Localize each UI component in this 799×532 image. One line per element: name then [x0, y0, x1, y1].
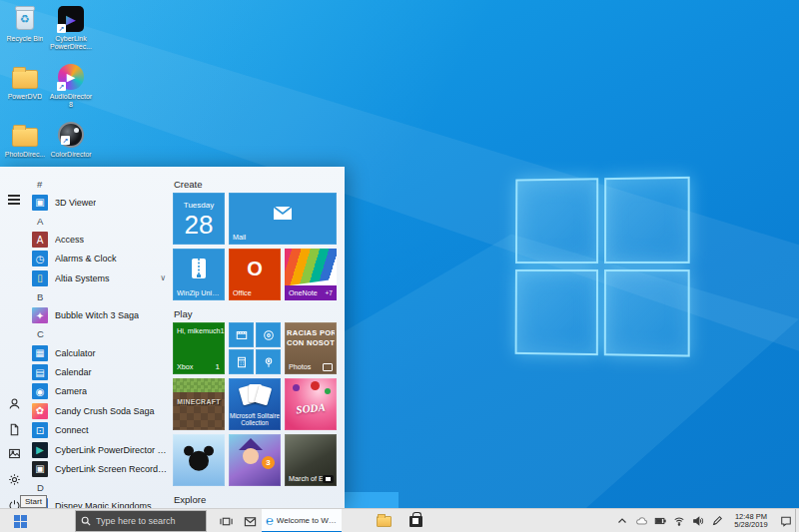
action-center-button[interactable]: [776, 509, 795, 532]
app-list-section-header[interactable]: B: [30, 288, 170, 306]
tile-minecraft[interactable]: MINECRAFT: [173, 378, 225, 430]
colordirector-icon: ↗: [58, 122, 84, 148]
app-list: #▣3D ViewerAAAccess◷Alarms & Clock▯Altia…: [30, 175, 170, 508]
documents-button[interactable]: [0, 418, 28, 440]
tile-maps[interactable]: [256, 349, 281, 374]
onenote-badge: +7: [326, 289, 333, 296]
app-list-item[interactable]: AAccess: [30, 230, 170, 249]
app-list-item[interactable]: ✿Candy Crush Soda Saga: [30, 401, 170, 420]
taskbar-clock[interactable]: 12:48 PM 5/28/2019: [726, 513, 776, 530]
app-list-item[interactable]: ▤Calendar: [30, 362, 170, 381]
tile-onenote[interactable]: OneNote +7: [285, 249, 337, 300]
tile-solitaire[interactable]: Microsoft Solitaire Collection: [229, 378, 281, 430]
show-desktop-button[interactable]: [795, 509, 799, 532]
tile-mail[interactable]: Mail: [229, 193, 337, 245]
wifi-icon: [673, 515, 685, 527]
tile-xbox[interactable]: Hi, mikemuch1 Xbox 1: [173, 322, 225, 374]
app-list-item[interactable]: ✦Bubble Witch 3 Saga: [30, 306, 170, 325]
task-view-button[interactable]: [214, 509, 238, 532]
app-label: Disney Magic Kingdoms: [55, 501, 152, 508]
xbox-greeting: Hi, mikemuch1: [177, 326, 225, 335]
app-list-section-header[interactable]: D: [30, 479, 170, 497]
app-list-item[interactable]: ♜Disney Magic Kingdoms: [30, 497, 170, 508]
tile-calculator[interactable]: [229, 349, 254, 374]
gear-icon: [8, 473, 21, 486]
file-explorer-button[interactable]: [372, 509, 396, 532]
app-list-item[interactable]: ▣CyberLink Screen Recorder 2: [30, 459, 170, 478]
desktop-icon-label: PhotoDirec...: [5, 151, 45, 159]
app-list-item[interactable]: ▣3D Viewer: [30, 193, 170, 212]
powerdirector-icon: ▶↗: [58, 6, 84, 32]
settings-button[interactable]: [0, 468, 28, 490]
mail-icon: [273, 206, 293, 221]
mail-taskbar-button[interactable]: [238, 509, 262, 532]
candy-dot: [293, 384, 300, 391]
user-account-button[interactable]: [0, 392, 28, 414]
folder-icon: [12, 128, 38, 147]
start-button[interactable]: [0, 509, 40, 532]
app-list-item[interactable]: ◉Camera: [30, 382, 170, 401]
tile-candy-crush[interactable]: SODA: [285, 378, 337, 430]
minecraft-logo: MINECRAFT: [173, 398, 225, 405]
app-icon: ✿: [32, 403, 48, 419]
tile-disney-magic-kingdoms[interactable]: [173, 434, 225, 486]
network-tray-icon[interactable]: [669, 509, 688, 532]
tile-groove-music[interactable]: [256, 322, 281, 347]
tile-bubble-witch-3[interactable]: 3: [229, 434, 281, 486]
cloud-icon: [635, 515, 647, 527]
app-list-section-header[interactable]: A: [30, 212, 170, 230]
windows-logo-pane: [515, 269, 598, 355]
pictures-button[interactable]: [0, 442, 28, 464]
volume-tray-icon[interactable]: [688, 509, 707, 532]
audiodirector-icon: ▶↗: [58, 64, 84, 90]
tile-winzip[interactable]: WinZip Univer...: [173, 249, 225, 300]
app-list-item[interactable]: ◷Alarms & Clock: [30, 250, 170, 268]
app-label: Calendar: [55, 367, 92, 377]
battery-tray-icon[interactable]: [650, 509, 669, 532]
chevron-up-icon: [616, 515, 628, 527]
xbox-badge: 1: [216, 362, 220, 371]
app-list-item[interactable]: ▯Altia Systems∨: [30, 268, 170, 287]
store-bag-icon: [409, 516, 422, 527]
tile-march-of-empires[interactable]: March of E...: [285, 434, 337, 486]
photo-icon: [323, 363, 333, 371]
search-input[interactable]: [96, 516, 201, 526]
app-label: Candy Crush Soda Saga: [55, 406, 155, 416]
tile-group-header-play[interactable]: Play: [174, 308, 192, 319]
witch-face-icon: [243, 448, 259, 464]
onedrive-tray-icon[interactable]: [631, 509, 650, 532]
app-label: CyberLink Screen Recorder 2: [55, 464, 170, 474]
app-list-section-header[interactable]: #: [30, 175, 170, 193]
app-list-item[interactable]: ▦Calculator: [30, 343, 170, 362]
calendar-date: 28: [173, 210, 225, 241]
tile-photos[interactable]: RACIAS POR V CON NOSOTR Photos: [285, 322, 337, 374]
microsoft-store-button[interactable]: [403, 509, 427, 532]
tile-movies-tv[interactable]: [229, 322, 254, 347]
windows-ink-tray-icon[interactable]: [707, 509, 726, 532]
desktop-icon-folder-1[interactable]: PowerDVD: [2, 62, 48, 120]
tile-group-header-create[interactable]: Create: [174, 179, 203, 190]
app-icon: ◷: [32, 251, 48, 266]
tile-label: Mail: [233, 233, 333, 242]
desktop-icon-label: ColorDirector: [50, 151, 91, 159]
desktop-icon-audiodirector[interactable]: ▶↗ AudioDirector 8: [48, 62, 94, 120]
tile-group-header-explore[interactable]: Explore: [174, 494, 206, 505]
desktop-icon-recycle-bin[interactable]: ♻ Recycle Bin: [2, 4, 48, 62]
windows-logo-wallpaper: [513, 178, 689, 355]
taskbar-search-box[interactable]: [75, 510, 207, 532]
tile-office[interactable]: O Office: [229, 249, 281, 300]
app-label: Camera: [55, 386, 87, 396]
tile-calendar[interactable]: Tuesday 28: [173, 193, 225, 245]
windows-logo-pane: [604, 269, 690, 357]
onenote-stripes: [285, 249, 337, 286]
app-list-item[interactable]: ⊡Connect: [30, 421, 170, 440]
expand-menu-button[interactable]: [0, 189, 28, 211]
desktop-icon-powerdirector[interactable]: ▶↗ CyberLink PowerDirec...: [48, 4, 94, 62]
edge-taskbar-button[interactable]: ℮ Welcome to Windo...: [262, 509, 342, 532]
pictures-icon: [8, 447, 21, 460]
app-list-section-header[interactable]: C: [30, 325, 170, 343]
hidden-icons-button[interactable]: [612, 509, 631, 532]
folder-icon: [12, 70, 38, 89]
app-list-item[interactable]: ▶CyberLink PowerDirector 17 (64-bit): [30, 440, 170, 459]
desktop-icon-label: Recycle Bin: [7, 35, 44, 43]
